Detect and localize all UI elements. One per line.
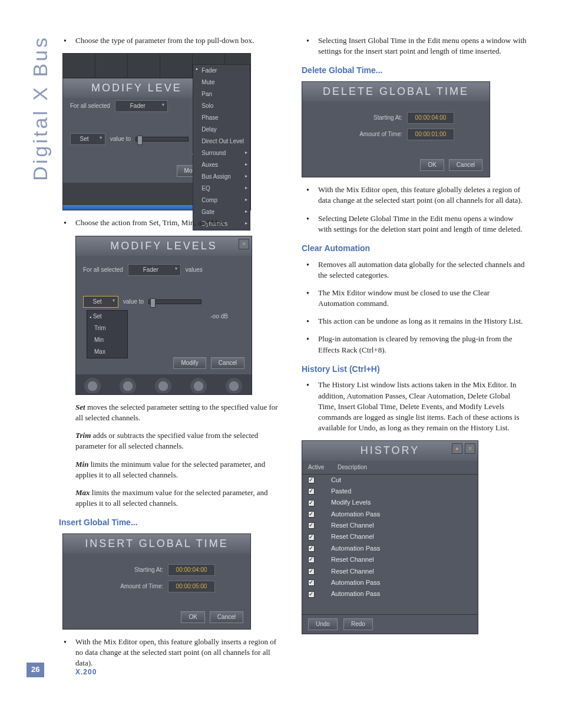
ok-button[interactable]: OK bbox=[420, 159, 444, 171]
menu-item[interactable]: Comp bbox=[193, 195, 250, 206]
menu-item[interactable]: Fader bbox=[193, 65, 250, 77]
footer-product: X.200 bbox=[59, 667, 97, 677]
menu-item[interactable]: Bus Assign bbox=[193, 171, 250, 183]
body-text: Max limits the maximum value for the sel… bbox=[59, 487, 284, 509]
value-slider[interactable] bbox=[148, 299, 201, 304]
action-dropdown[interactable]: Set bbox=[70, 133, 105, 145]
menu-item[interactable]: Solo bbox=[193, 100, 250, 112]
amount-of-time-field[interactable]: 00:00:05:00 bbox=[168, 581, 215, 592]
history-description: Modify Levels bbox=[331, 498, 371, 507]
checkbox[interactable] bbox=[308, 522, 315, 529]
menu-item[interactable]: Max bbox=[87, 346, 127, 358]
menu-item[interactable]: Mute bbox=[193, 77, 250, 88]
redo-button[interactable]: Redo bbox=[343, 618, 373, 630]
checkbox[interactable] bbox=[308, 477, 315, 483]
section-heading: Insert Global Time... bbox=[59, 517, 284, 529]
label: values bbox=[186, 266, 203, 274]
starting-at-field[interactable]: 00:00:04:00 bbox=[168, 564, 215, 576]
history-description: Automation Pass bbox=[331, 578, 380, 587]
history-description: Cut bbox=[331, 476, 341, 485]
body-text: The Mix Editor window must be closed to … bbox=[302, 288, 527, 309]
table-row[interactable]: Modify Levels bbox=[302, 497, 478, 508]
checkbox[interactable] bbox=[308, 579, 315, 586]
menu-item[interactable]: Gate bbox=[193, 206, 250, 218]
value-slider[interactable] bbox=[135, 137, 189, 141]
label: value to bbox=[110, 135, 131, 143]
table-row[interactable]: Reset Channel bbox=[302, 531, 478, 542]
ok-button[interactable]: OK bbox=[181, 611, 204, 623]
delete-global-time-panel: DELETE GLOBAL TIME Starting At: 00:00:04… bbox=[302, 81, 490, 177]
menu-item[interactable]: Delay bbox=[193, 124, 250, 136]
body-text: With the Mix Editor open, this feature g… bbox=[59, 637, 284, 669]
sidebar-title: Digital X Bus bbox=[27, 35, 55, 181]
close-icon[interactable]: × bbox=[239, 239, 249, 249]
checkbox[interactable] bbox=[308, 534, 315, 541]
menu-item[interactable]: Auxes bbox=[193, 159, 250, 171]
history-description: Reset Channel bbox=[331, 555, 374, 564]
history-description: Reset Channel bbox=[331, 532, 374, 541]
table-header: Active Description bbox=[302, 461, 478, 475]
amount-of-time-field[interactable]: 00:00:01:00 bbox=[407, 129, 454, 140]
section-heading: Clear Automation bbox=[302, 243, 527, 255]
expand-icon[interactable]: ▸ bbox=[452, 443, 462, 454]
cancel-button[interactable]: Cancel bbox=[449, 159, 482, 171]
table-row[interactable]: Pasted bbox=[302, 486, 478, 497]
body-text: Selecting Delete Global Time in the Edit… bbox=[302, 213, 527, 235]
modify-button[interactable]: Modify bbox=[173, 357, 206, 369]
body-text: Trim adds or subtracts the specified val… bbox=[59, 430, 284, 452]
history-panel: HISTORY ▸ × Active Description CutPasted… bbox=[302, 440, 478, 634]
section-heading: Delete Global Time... bbox=[302, 65, 527, 77]
table-row[interactable]: Reset Channel bbox=[302, 520, 478, 531]
history-description: Automation Pass bbox=[331, 544, 380, 553]
cancel-button[interactable]: Cancel bbox=[211, 357, 244, 369]
menu-item[interactable]: Surround bbox=[193, 147, 250, 159]
body-text: Choose the type of parameter from the to… bbox=[59, 35, 284, 46]
undo-button[interactable]: Undo bbox=[308, 618, 338, 630]
close-icon[interactable]: × bbox=[465, 443, 475, 454]
menu-item[interactable]: Phase bbox=[193, 112, 250, 124]
dialog-title: MODIFY LEVELS bbox=[76, 236, 252, 256]
body-text: The History List window lists actions ta… bbox=[302, 380, 527, 433]
table-row[interactable]: Automation Pass bbox=[302, 509, 478, 520]
insert-global-time-panel: INSERT GLOBAL TIME Starting At: 00:00:04… bbox=[62, 533, 251, 630]
checkbox[interactable] bbox=[308, 500, 315, 506]
label: Amount of Time: bbox=[338, 130, 402, 139]
parameter-dropdown[interactable]: Fader bbox=[115, 100, 168, 112]
table-row[interactable]: Automation Pass bbox=[302, 588, 478, 599]
menu-item[interactable]: Min bbox=[87, 334, 127, 346]
label: Starting At: bbox=[338, 114, 402, 122]
parameter-dropdown[interactable]: Fader bbox=[128, 264, 181, 276]
action-menu: SetTrimMinMax bbox=[87, 310, 128, 358]
table-row[interactable]: Reset Channel bbox=[302, 566, 478, 577]
checkbox[interactable] bbox=[308, 556, 315, 563]
history-description: Reset Channel bbox=[331, 521, 374, 530]
modify-levels-panel-2: MODIFY LEVELS × For all selected Fader v… bbox=[75, 236, 252, 395]
label: value to bbox=[123, 298, 144, 306]
history-description: Reset Channel bbox=[331, 567, 374, 576]
table-row[interactable]: Reset Channel bbox=[302, 554, 478, 565]
menu-item[interactable]: EQ bbox=[193, 183, 250, 195]
checkbox[interactable] bbox=[308, 511, 315, 518]
checkbox[interactable] bbox=[308, 545, 315, 552]
table-row[interactable]: Cut bbox=[302, 475, 478, 486]
body-text: Set Set moves the selected parameter set… bbox=[59, 402, 284, 423]
checkbox[interactable] bbox=[308, 488, 315, 495]
table-row[interactable]: Automation Pass bbox=[302, 543, 478, 554]
body-text: Min limits the minimum value for the sel… bbox=[59, 459, 284, 480]
checkbox[interactable] bbox=[308, 591, 315, 598]
value-readout: -oo dB bbox=[211, 312, 228, 321]
menu-item[interactable]: Trim bbox=[87, 322, 127, 334]
menu-item[interactable]: Direct Out Level bbox=[193, 136, 250, 147]
label: For all selected bbox=[70, 102, 110, 110]
history-description: Pasted bbox=[331, 487, 351, 496]
cancel-button[interactable]: Cancel bbox=[210, 611, 243, 623]
menu-item[interactable]: Set bbox=[87, 311, 127, 322]
body-text: With the Mix Editor open, this feature g… bbox=[302, 185, 527, 206]
starting-at-field[interactable]: 00:00:04:00 bbox=[407, 112, 454, 124]
menu-item[interactable]: Pan bbox=[193, 88, 250, 100]
action-dropdown[interactable]: Set bbox=[83, 296, 118, 308]
table-row[interactable]: Automation Pass bbox=[302, 577, 478, 588]
dialog-title: DELETE GLOBAL TIME bbox=[302, 82, 490, 101]
column-header: Description bbox=[338, 463, 367, 472]
checkbox[interactable] bbox=[308, 568, 315, 575]
